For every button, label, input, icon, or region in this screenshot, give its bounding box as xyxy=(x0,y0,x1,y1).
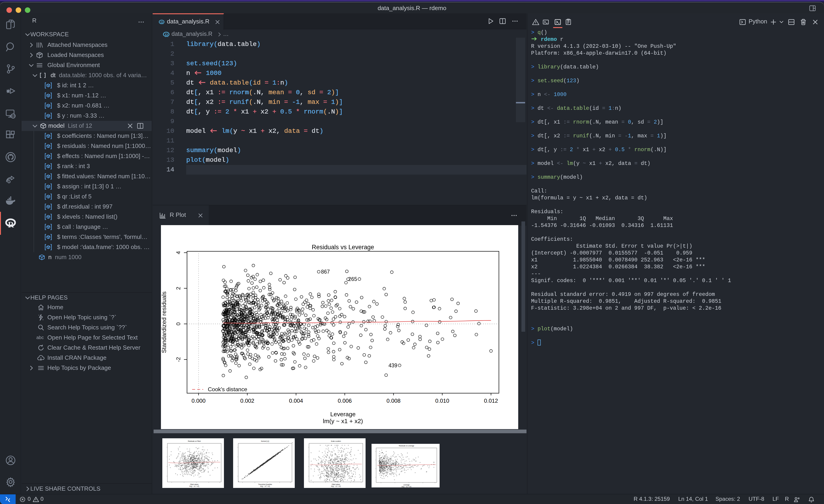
svg-text:Leverage: Leverage xyxy=(330,411,356,418)
svg-text:0.006: 0.006 xyxy=(338,398,352,404)
svg-text:-2: -2 xyxy=(175,357,181,362)
svg-text:Residuals vs Leverage: Residuals vs Leverage xyxy=(312,244,374,251)
svg-text:Residuals vs Fitted: Residuals vs Fitted xyxy=(188,440,201,442)
svg-text:lm(y ~ x1 + x2): lm(y ~ x1 + x2) xyxy=(331,485,341,487)
svg-text:265: 265 xyxy=(348,276,357,282)
svg-text:lm(y ~ x1 + x2): lm(y ~ x1 + x2) xyxy=(260,485,270,487)
svg-text:439: 439 xyxy=(389,363,397,368)
svg-text:867: 867 xyxy=(321,269,330,275)
svg-text:0.012: 0.012 xyxy=(484,398,498,404)
svg-text:Fitted values: Fitted values xyxy=(332,484,340,485)
svg-text:0.000: 0.000 xyxy=(192,398,206,404)
svg-text:0.010: 0.010 xyxy=(435,398,449,404)
svg-text:Normal Q-Q: Normal Q-Q xyxy=(261,440,269,442)
svg-text:0: 0 xyxy=(175,322,181,326)
svg-text:lm(y ~ x1 + x2): lm(y ~ x1 + x2) xyxy=(323,418,363,424)
svg-text:4: 4 xyxy=(175,251,181,254)
svg-text:Theoretical Quantiles: Theoretical Quantiles xyxy=(258,484,272,485)
svg-text:lm(y ~ x1 + x2): lm(y ~ x1 + x2) xyxy=(402,486,411,488)
svg-text:Residuals vs Leverage: Residuals vs Leverage xyxy=(399,445,414,447)
svg-text:Standardized residuals: Standardized residuals xyxy=(161,291,167,353)
svg-text:0.004: 0.004 xyxy=(289,398,303,404)
svg-text:lm(y ~ x1 + x2): lm(y ~ x1 + x2) xyxy=(189,485,199,487)
svg-text:2: 2 xyxy=(175,287,181,290)
svg-text:Cook's distance: Cook's distance xyxy=(208,386,247,392)
svg-text:Leverage: Leverage xyxy=(404,484,410,486)
svg-text:Fitted values: Fitted values xyxy=(190,484,198,485)
svg-text:0.002: 0.002 xyxy=(240,398,254,404)
svg-text:0.008: 0.008 xyxy=(387,398,401,404)
svg-text:Scale-Location: Scale-Location xyxy=(331,440,341,442)
